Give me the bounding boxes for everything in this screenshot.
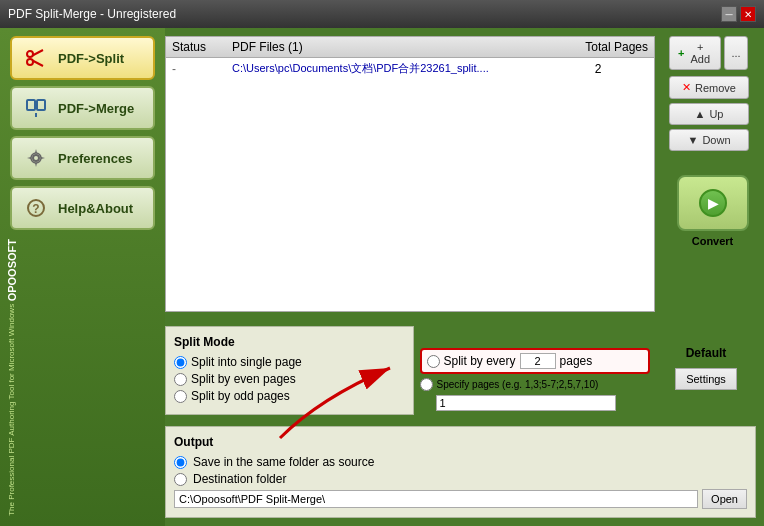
split-every-input[interactable] xyxy=(520,353,556,369)
radio-even-label[interactable]: Split by even pages xyxy=(191,372,296,386)
split-every-row: Split by every pages xyxy=(420,348,651,374)
col-header-status: Status xyxy=(172,40,232,54)
sidebar-prefs-label: Preferences xyxy=(58,151,132,166)
brand-text: The Professional PDF Authoring Tool for … xyxy=(5,239,25,516)
default-section: Default Settings xyxy=(656,326,756,415)
dest-folder-input[interactable] xyxy=(174,490,698,508)
up-icon: ▲ xyxy=(695,108,706,120)
sidebar-item-pdf-merge[interactable]: PDF->Merge xyxy=(10,86,155,130)
radio-single-input[interactable] xyxy=(174,356,187,369)
window-title: PDF Split-Merge - Unregistered xyxy=(8,7,176,21)
radio-dest-folder-label[interactable]: Destination folder xyxy=(193,472,286,486)
col-header-files: PDF Files (1) xyxy=(232,40,548,54)
sidebar-item-help[interactable]: ? Help&About xyxy=(10,186,155,230)
svg-rect-5 xyxy=(37,100,45,110)
split-mode-title: Split Mode xyxy=(174,335,405,349)
svg-point-1 xyxy=(27,59,33,65)
specify-pages-row: Specify pages (e.g. 1,3;5-7;2,5,7,10) xyxy=(420,378,651,391)
default-label: Default xyxy=(686,346,727,360)
remove-button[interactable]: ✕ Remove xyxy=(669,76,749,99)
right-action-panel: + + Add ... ✕ Remove ▲ Up ▼ D xyxy=(661,36,756,320)
down-button[interactable]: ▼ Down xyxy=(669,129,749,151)
radio-even-input[interactable] xyxy=(174,373,187,386)
page-num-row xyxy=(420,395,651,411)
radio-specify-input[interactable] xyxy=(420,378,433,391)
down-icon: ▼ xyxy=(687,134,698,146)
col-header-pages: Total Pages xyxy=(548,40,648,54)
row-pages: 2 xyxy=(548,62,648,76)
split-mode-row: Split Mode Split into single page Split … xyxy=(165,326,756,415)
specify-pages-label[interactable]: Specify pages (e.g. 1,3;5-7;2,5,7,10) xyxy=(437,379,599,390)
split-mode-section: Split Mode Split into single page Split … xyxy=(165,326,414,415)
output-same-folder-row: Save in the same folder as source xyxy=(174,455,747,469)
radio-even-pages: Split by even pages xyxy=(174,372,405,386)
help-icon: ? xyxy=(22,194,50,222)
radio-dest-folder-input[interactable] xyxy=(174,473,187,486)
svg-line-3 xyxy=(33,61,44,67)
radio-same-folder-label[interactable]: Save in the same folder as source xyxy=(193,455,374,469)
up-button[interactable]: ▲ Up xyxy=(669,103,749,125)
row-status: - xyxy=(172,62,232,76)
svg-point-0 xyxy=(27,51,33,57)
radio-odd-input[interactable] xyxy=(174,390,187,403)
output-dest-row: Destination folder xyxy=(174,472,747,486)
scissors-icon xyxy=(22,44,50,72)
remove-icon: ✕ xyxy=(682,81,691,94)
convert-area: ▶ Convert xyxy=(669,175,756,247)
sidebar-item-pdf-split[interactable]: PDF->Split xyxy=(10,36,155,80)
add-button[interactable]: + + Add xyxy=(669,36,721,70)
radio-every-input[interactable] xyxy=(427,355,440,368)
main-content: Status PDF Files (1) Total Pages - C:\Us… xyxy=(165,28,764,526)
radio-odd-pages: Split by odd pages xyxy=(174,389,405,403)
window-controls: ─ ✕ xyxy=(721,6,756,22)
convert-play-icon: ▶ xyxy=(699,189,727,217)
radio-same-folder-input[interactable] xyxy=(174,456,187,469)
sidebar: PDF->Split PDF->Merge Preferences xyxy=(0,28,165,526)
radio-single-label[interactable]: Split into single page xyxy=(191,355,302,369)
bottom-panels: Split Mode Split into single page Split … xyxy=(165,326,756,518)
dest-folder-row: Open xyxy=(174,489,747,509)
output-title: Output xyxy=(174,435,747,449)
file-list-header: Status PDF Files (1) Total Pages xyxy=(166,37,654,58)
radio-odd-label[interactable]: Split by odd pages xyxy=(191,389,290,403)
sidebar-item-preferences[interactable]: Preferences xyxy=(10,136,155,180)
convert-label: Convert xyxy=(692,235,734,247)
close-button[interactable]: ✕ xyxy=(740,6,756,22)
svg-point-7 xyxy=(33,155,39,161)
sidebar-help-label: Help&About xyxy=(58,201,133,216)
settings-button[interactable]: Settings xyxy=(675,368,737,390)
output-section: Output Save in the same folder as source… xyxy=(165,426,756,518)
split-every-suffix: pages xyxy=(560,354,593,368)
add-icon: + xyxy=(678,47,684,59)
convert-button[interactable]: ▶ xyxy=(677,175,749,231)
sidebar-merge-label: PDF->Merge xyxy=(58,101,134,116)
row-file: C:\Users\pc\Documents\文档\PDF合并23261_spli… xyxy=(232,61,548,76)
file-list: Status PDF Files (1) Total Pages - C:\Us… xyxy=(165,36,655,312)
merge-icon xyxy=(22,94,50,122)
svg-text:?: ? xyxy=(32,202,39,216)
svg-line-2 xyxy=(33,50,44,56)
add-extra-button[interactable]: ... xyxy=(724,36,748,70)
radio-single-page: Split into single page xyxy=(174,355,405,369)
gear-icon xyxy=(22,144,50,172)
split-every-label[interactable]: Split by every xyxy=(444,354,516,368)
table-row[interactable]: - C:\Users\pc\Documents\文档\PDF合并23261_sp… xyxy=(166,58,654,79)
open-button[interactable]: Open xyxy=(702,489,747,509)
split-mode-right: Split by every pages Specify pages (e.g.… xyxy=(420,326,651,415)
sidebar-split-label: PDF->Split xyxy=(58,51,124,66)
page-num-input[interactable] xyxy=(436,395,616,411)
title-bar: PDF Split-Merge - Unregistered ─ ✕ xyxy=(0,0,764,28)
svg-rect-4 xyxy=(27,100,35,110)
minimize-button[interactable]: ─ xyxy=(721,6,737,22)
